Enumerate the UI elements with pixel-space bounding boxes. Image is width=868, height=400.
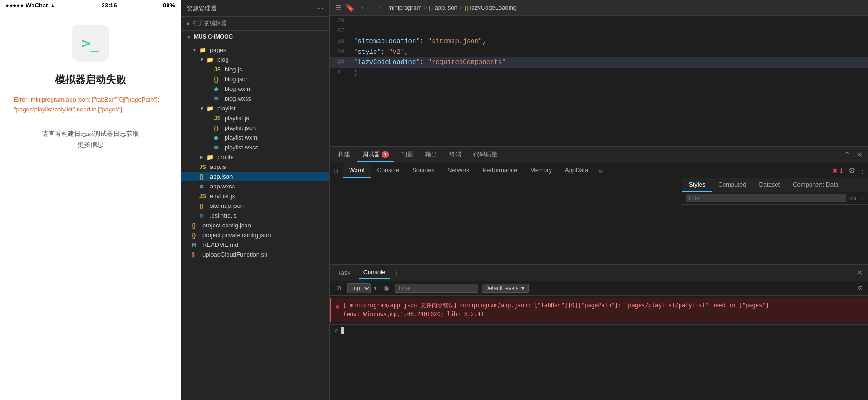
tree-item-pages[interactable]: ▼ 📁 pages: [181, 45, 329, 55]
devtools-subtab-AppData[interactable]: AppData: [558, 163, 595, 178]
console-messages: ✖[ miniprogram/app.json 文件内容错误] miniprog…: [330, 296, 868, 324]
devtools-close-button[interactable]: ✕: [855, 149, 864, 160]
console-tab-Task[interactable]: Task: [333, 266, 355, 279]
devtools-top-tab-输出[interactable]: 输出: [421, 148, 442, 162]
subtab-more-button[interactable]: »: [595, 164, 606, 178]
code-line-36: 36 ]: [330, 16, 868, 26]
tree-item-label-app-json: app.json: [210, 173, 233, 180]
open-editors-chevron: ▶: [187, 21, 190, 26]
tree-item-label-blog-wxss: blog.wxss: [225, 95, 251, 102]
styles-filter-input[interactable]: [686, 194, 846, 202]
tree-item-sitemap-json[interactable]: {} sitemap.json: [181, 201, 329, 211]
console-clear-button[interactable]: ⊘: [334, 284, 343, 293]
console-context-select[interactable]: top: [347, 283, 371, 293]
tree-item-app-wxss[interactable]: ≅ app.wxss: [181, 181, 329, 191]
styles-tab-Dataset[interactable]: Dataset: [752, 178, 786, 192]
tree-item-project-private-config-json[interactable]: {} project.private.config.json: [181, 230, 329, 240]
console-error-icon: ✖: [336, 302, 339, 312]
tree-item-playlist-json[interactable]: {} playlist.json: [181, 123, 329, 133]
tree-item-blog[interactable]: ▼ 📁 blog: [181, 55, 329, 65]
nav-back-button[interactable]: ←: [358, 3, 369, 13]
tree-item-label-blog-wxml: blog.wxml: [225, 85, 252, 92]
devtools-subtab-Network[interactable]: Network: [441, 163, 476, 178]
tree-item-label-pages: pages: [210, 46, 226, 53]
terminal-icon: >_: [81, 34, 99, 52]
console-eye-button[interactable]: ◉: [382, 284, 391, 293]
tree-item-playlist[interactable]: ▼ 📁 playlist: [181, 103, 329, 113]
tree-item-blog-wxss[interactable]: ≅ blog.wxss: [181, 94, 329, 103]
line-content-40: "lazyCodeLoading": "requiredComponents": [352, 57, 868, 67]
project-section[interactable]: ▼ MUSIC-IMOOC: [181, 31, 329, 43]
line-content-38: "sitemapLocation": "sitemap.json",: [352, 36, 868, 46]
tree-item-playlist-js[interactable]: JS playlist.js: [181, 113, 329, 123]
file-explorer: 资源管理器 ⋯ ▶ 打开的编辑器 ▼ MUSIC-IMOOC ▼ 📁 pages…: [181, 0, 330, 400]
tree-item-uploadCloudFunction-sh[interactable]: $ uploadCloudFunction.sh: [181, 250, 329, 259]
console-input-row: >: [330, 324, 868, 336]
tree-item-app-json[interactable]: {} app.json: [181, 172, 329, 181]
console-levels-selector[interactable]: Default levels ▼: [482, 284, 529, 293]
console-tab-Console[interactable]: Console: [359, 266, 390, 279]
tree-item-profile[interactable]: ▶ 📁 profile: [181, 152, 329, 162]
devtools-collapse-button[interactable]: ⌃: [842, 149, 852, 160]
devtools-select-button[interactable]: ⊡: [330, 165, 343, 176]
devtools-top-tab-终端[interactable]: 终端: [445, 148, 466, 162]
tree-item-eslintrc-js[interactable]: ⊙ .eslintrc.js: [181, 211, 329, 220]
menu-icon[interactable]: ☰: [335, 3, 342, 12]
tree-item-label-playlist-json: playlist.json: [225, 124, 256, 131]
tree-item-readme-md[interactable]: M README.md: [181, 240, 329, 250]
phone-time: 23:16: [102, 2, 117, 9]
console-dots-icon[interactable]: ⋮: [394, 269, 400, 276]
tree-item-label-project-private-config-json: project.private.config.json: [202, 232, 271, 239]
tree-item-envList-js[interactable]: JS envList.js: [181, 191, 329, 201]
devtools-top-tab-构建[interactable]: 构建: [333, 148, 355, 162]
devtools-subtab-Wxml[interactable]: Wxml: [343, 163, 371, 178]
tree-item-blog-js[interactable]: JS blog.js: [181, 65, 329, 74]
styles-tab-Styles[interactable]: Styles: [682, 178, 712, 192]
nav-forward-button[interactable]: →: [373, 3, 384, 13]
tree-item-playlist-wxml[interactable]: ◈ playlist.wxml: [181, 133, 329, 142]
tree-item-label-playlist: playlist: [217, 105, 236, 112]
tree-item-playlist-wxss[interactable]: ≅ playlist.wxss: [181, 142, 329, 152]
console-error-text: [ miniprogram/app.json 文件内容错误] miniprogr…: [343, 301, 769, 319]
phone-signal-dots: ●●●●●: [6, 2, 24, 9]
breadcrumb-miniprogram[interactable]: miniprogram: [388, 4, 421, 11]
explorer-more-icon[interactable]: ⋯: [316, 4, 324, 13]
tree-item-blog-wxml[interactable]: ◈ blog.wxml: [181, 84, 329, 94]
console-close-button[interactable]: ✕: [855, 267, 864, 278]
add-style-button[interactable]: +: [860, 194, 864, 202]
console-filter-input[interactable]: [395, 284, 478, 293]
devtools-settings-button[interactable]: ⚙: [847, 165, 857, 176]
console-gear-icon[interactable]: ⚙: [857, 284, 863, 292]
tree-item-blog-json[interactable]: {} blog.json: [181, 74, 329, 84]
tree-item-app-js[interactable]: JS app.js: [181, 162, 329, 172]
explorer-header: 资源管理器 ⋯: [181, 0, 329, 17]
devtools-more-menu-button[interactable]: ⋮: [857, 165, 868, 176]
line-content-36: ]: [352, 16, 868, 26]
bookmark-icon[interactable]: 🔖: [345, 3, 355, 12]
line-number-37: 37: [330, 26, 352, 36]
styles-tabs: StylesComputedDatasetComponent Data: [682, 178, 868, 192]
devtools-top-tab-问题[interactable]: 问题: [396, 148, 418, 162]
tab-badge-调试器: 1: [382, 151, 389, 158]
error-count: 1: [840, 167, 843, 174]
devtools-subtab-Memory[interactable]: Memory: [524, 163, 558, 178]
tree-item-label-uploadCloudFunction-sh: uploadCloudFunction.sh: [202, 251, 267, 258]
devtools-top-tab-调试器[interactable]: 调试器1: [357, 148, 394, 162]
console-cursor: [341, 327, 344, 334]
styles-tab-Computed[interactable]: Computed: [712, 178, 752, 192]
tree-item-label-eslintrc-js: .eslintrc.js: [210, 212, 237, 219]
devtools-subtab-Console[interactable]: Console: [371, 163, 406, 178]
breadcrumb-sep-2: >: [460, 4, 463, 11]
devtools-subtab-Performance[interactable]: Performance: [476, 163, 524, 178]
breadcrumb-lazycode[interactable]: lazyCodeLoading: [470, 4, 517, 11]
phone-status-bar: ●●●●● WeChat ▲ 23:16 99%: [0, 0, 181, 11]
cls-button[interactable]: .cls: [848, 195, 856, 201]
devtools-subtab-Sources[interactable]: Sources: [406, 163, 441, 178]
devtools-top-tab-代码质量[interactable]: 代码质量: [469, 148, 502, 162]
open-editors-label: 打开的编辑器: [193, 19, 227, 27]
open-editors-section[interactable]: ▶ 打开的编辑器: [181, 17, 329, 31]
breadcrumb-appjson[interactable]: app.json: [435, 4, 458, 11]
styles-tab-Component-Data[interactable]: Component Data: [786, 178, 845, 192]
tree-item-project-config-json[interactable]: {} project.config.json: [181, 220, 329, 230]
breadcrumb: miniprogram > {} app.json > [] lazyCodeL…: [388, 4, 517, 11]
